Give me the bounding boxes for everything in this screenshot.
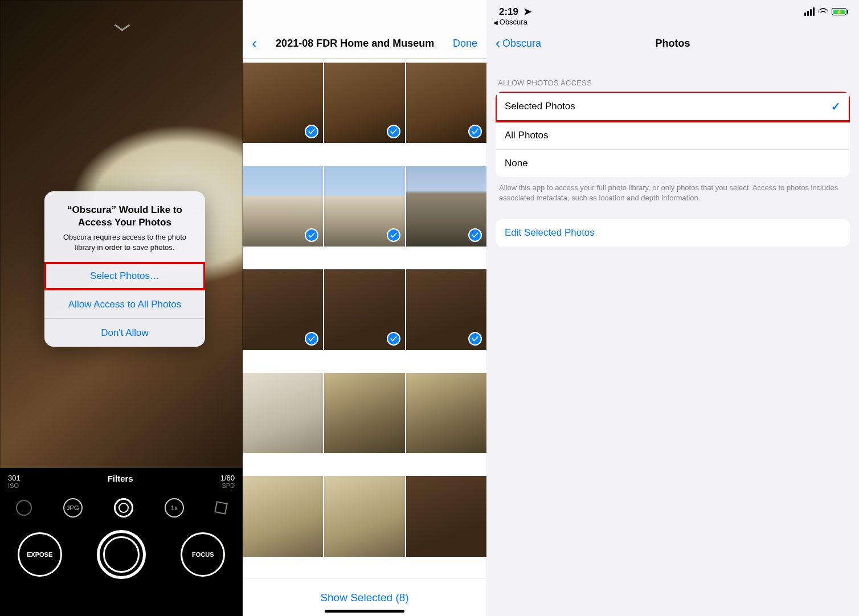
photo-thumbnail[interactable] bbox=[243, 63, 323, 143]
photo-thumbnail[interactable] bbox=[406, 373, 486, 453]
picker-header: ‹ 2021-08 FDR Home and Museum Done bbox=[243, 0, 486, 59]
photo-thumbnail[interactable] bbox=[324, 166, 404, 247]
photo-thumbnail[interactable] bbox=[324, 476, 404, 556]
album-title: 2021-08 FDR Home and Museum bbox=[276, 38, 434, 50]
selected-checkmark-icon bbox=[387, 228, 400, 242]
section-header-allow-photos: Allow Photos Access bbox=[486, 59, 859, 92]
option-none[interactable]: None bbox=[496, 149, 850, 177]
allow-all-photos-button[interactable]: Allow Access to All Photos bbox=[44, 290, 205, 318]
iso-value: 301 bbox=[8, 474, 21, 482]
back-chevron-icon[interactable]: ‹ bbox=[252, 35, 257, 51]
screenshot-photo-picker: ‹ 2021-08 FDR Home and Museum Done Show … bbox=[243, 0, 486, 616]
selected-checkmark-icon bbox=[305, 332, 318, 346]
cellular-signal-icon bbox=[804, 7, 815, 16]
home-indicator[interactable] bbox=[325, 610, 404, 613]
photo-thumbnail[interactable] bbox=[243, 166, 323, 247]
chevron-down-icon[interactable] bbox=[109, 24, 133, 31]
dont-allow-button[interactable]: Don't Allow bbox=[44, 318, 205, 347]
breadcrumb-back-to-app[interactable]: Obscura bbox=[486, 18, 859, 30]
option-label: Selected Photos bbox=[505, 101, 575, 112]
iso-readout[interactable]: 301 ISO bbox=[8, 474, 21, 489]
photo-thumbnail[interactable] bbox=[243, 476, 323, 556]
iso-label: ISO bbox=[8, 482, 21, 489]
photo-access-options: Selected Photos ✓ All Photos None bbox=[496, 92, 850, 177]
option-all-photos[interactable]: All Photos bbox=[496, 121, 850, 149]
shutter-row: EXPOSE FOCUS bbox=[0, 530, 243, 579]
photo-thumbnail[interactable] bbox=[324, 63, 404, 143]
photo-grid bbox=[243, 63, 486, 578]
thumbnail-image bbox=[324, 476, 404, 556]
option-label: All Photos bbox=[505, 130, 549, 141]
photo-thumbnail[interactable] bbox=[406, 166, 486, 247]
battery-charging-icon: ⚡ bbox=[832, 8, 846, 15]
edit-selected-photos-button[interactable]: Edit Selected Photos bbox=[496, 219, 850, 247]
photo-thumbnail[interactable] bbox=[243, 269, 323, 350]
option-selected-photos[interactable]: Selected Photos ✓ bbox=[496, 92, 850, 121]
selected-checkmark-icon bbox=[387, 332, 400, 346]
edit-selected-label: Edit Selected Photos bbox=[505, 227, 595, 239]
select-photos-button[interactable]: Select Photos… bbox=[44, 262, 205, 290]
photo-permission-alert: “Obscura” Would Like to Access Your Phot… bbox=[44, 191, 205, 347]
camera-hud: 301 ISO Filters 1/60 SPD JPG 1x EXPOSE F… bbox=[0, 468, 243, 616]
photo-thumbnail[interactable] bbox=[406, 476, 486, 556]
nav-bar: ‹ Obscura Photos bbox=[486, 30, 859, 59]
photo-thumbnail[interactable] bbox=[406, 63, 486, 143]
shutter-speed-readout[interactable]: 1/60 SPD bbox=[220, 474, 235, 489]
wifi-icon bbox=[818, 8, 828, 16]
thumbnail-image bbox=[324, 373, 404, 453]
thumbnail-image bbox=[243, 373, 323, 453]
expose-control[interactable]: EXPOSE bbox=[18, 532, 62, 577]
level-icon[interactable] bbox=[214, 501, 228, 515]
nav-back-button[interactable]: ‹ Obscura bbox=[496, 35, 541, 51]
done-button[interactable]: Done bbox=[453, 38, 477, 50]
screenshot-photo-permission-alert: “Obscura” Would Like to Access Your Phot… bbox=[0, 0, 243, 616]
alert-title: “Obscura” Would Like to Access Your Phot… bbox=[55, 204, 195, 229]
location-arrow-icon: ➤ bbox=[523, 6, 531, 17]
selected-checkmark-icon bbox=[468, 228, 482, 242]
filters-button[interactable] bbox=[114, 498, 133, 518]
shutter-button[interactable] bbox=[97, 530, 146, 579]
selected-checkmark-icon bbox=[387, 125, 400, 138]
photo-thumbnail[interactable] bbox=[324, 373, 404, 453]
option-label: None bbox=[505, 158, 528, 169]
screenshot-settings-photos-access: 2:19 ➤ ⚡ Obscura ‹ Obscura Photos Allow … bbox=[486, 0, 859, 616]
nav-back-label: Obscura bbox=[502, 38, 541, 50]
shutter-speed-value: 1/60 bbox=[220, 474, 235, 482]
filters-label[interactable]: Filters bbox=[108, 474, 133, 483]
photo-thumbnail[interactable] bbox=[406, 269, 486, 350]
timer-icon[interactable] bbox=[16, 500, 32, 516]
photo-thumbnail[interactable] bbox=[243, 373, 323, 453]
footer-note: Allow this app to access your full photo… bbox=[486, 177, 859, 209]
thumbnail-image bbox=[243, 476, 323, 556]
shutter-speed-label: SPD bbox=[220, 482, 235, 489]
nav-title: Photos bbox=[486, 38, 859, 50]
status-time: 2:19 ➤ bbox=[499, 6, 531, 18]
alert-message: Obscura requires access to the photo lib… bbox=[55, 232, 195, 252]
checkmark-icon: ✓ bbox=[831, 100, 841, 113]
zoom-button[interactable]: 1x bbox=[165, 498, 184, 518]
format-button[interactable]: JPG bbox=[63, 498, 83, 518]
chevron-left-icon: ‹ bbox=[496, 35, 500, 51]
status-bar: 2:19 ➤ ⚡ bbox=[486, 0, 859, 18]
focus-control[interactable]: FOCUS bbox=[181, 532, 225, 577]
selected-checkmark-icon bbox=[468, 332, 482, 346]
thumbnail-image bbox=[406, 476, 486, 556]
photo-thumbnail[interactable] bbox=[324, 269, 404, 350]
thumbnail-image bbox=[406, 373, 486, 453]
show-selected-label: Show Selected (8) bbox=[320, 592, 408, 604]
camera-tool-row: JPG 1x bbox=[0, 498, 243, 518]
edit-selected-group: Edit Selected Photos bbox=[496, 219, 850, 247]
